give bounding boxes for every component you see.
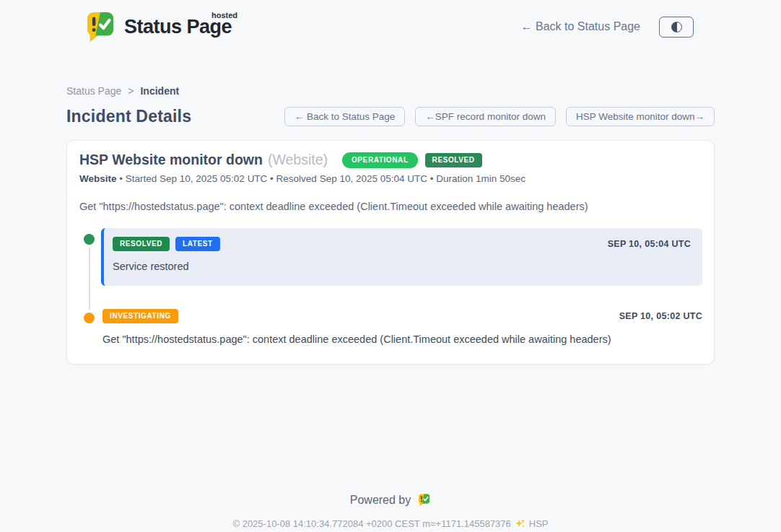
prev-incident-button[interactable]: ←SPF record monitor down [415,107,556,126]
logo-superscript: hosted [211,11,237,19]
powered-by-label: Powered by [350,494,411,507]
incident-component: Website [79,173,117,184]
incident-timeline: RESOLVED LATEST SEP 10, 05:04 UTC Servic… [79,228,702,345]
incident-description: Get "https://hostedstatus.page": context… [79,201,702,212]
incident-title: HSP Website monitor down [79,152,263,168]
timeline-entry-resolved: RESOLVED LATEST SEP 10, 05:04 UTC Servic… [79,228,702,286]
status-page-mini-logo-icon [417,493,431,507]
timeline-timestamp: SEP 10, 05:04 UTC [608,239,691,249]
incident-nav-buttons: ← Back to Status Page ←SPF record monito… [284,107,715,126]
incident-card: HSP Website monitor down (Website) OPERA… [66,140,715,365]
copyright-line: © 2025-10-08 14:10:34.772084 +0200 CEST … [0,518,781,529]
theme-toggle-button[interactable] [659,17,694,38]
timeline-entry-box: RESOLVED LATEST SEP 10, 05:04 UTC Servic… [101,228,702,286]
next-incident-button[interactable]: HSP Website monitor down→ [566,107,715,126]
timeline-message: Service restored [113,261,691,272]
app-logo[interactable]: Status Page hosted [84,10,236,43]
timeline-resolved-badge: RESOLVED [113,237,170,251]
timeline-dot-resolved-icon [84,234,95,245]
title-row: Incident Details ← Back to Status Page ←… [66,107,715,126]
breadcrumb: Status Page > Incident [66,85,715,97]
copyright-brand: HSP [529,518,549,529]
header-back-link[interactable]: ← Back to Status Page [521,20,640,33]
timeline-message: Get "https://hostedstatus.page": context… [102,333,702,345]
page-title: Incident Details [66,107,191,126]
header-actions: ← Back to Status Page [521,17,694,38]
incident-title-row: HSP Website monitor down (Website) OPERA… [79,152,702,168]
timeline-latest-badge: LATEST [175,237,220,251]
breadcrumb-status-page[interactable]: Status Page [66,85,121,97]
incident-scope: (Website) [268,152,328,168]
footer: Powered by © 2025-10-08 14:10:34.772084 … [0,493,781,529]
timeline-investigating-badge: INVESTIGATING [102,309,178,323]
powered-by-link[interactable]: Powered by [350,493,432,507]
breadcrumb-incident: Incident [140,85,179,97]
incident-meta-details: • Started Sep 10, 2025 05:02 UTC • Resol… [117,173,526,184]
incident-meta: Website • Started Sep 10, 2025 05:02 UTC… [79,173,702,184]
status-page-logo-icon [84,10,117,43]
main-content: Status Page > Incident Incident Details … [66,85,715,365]
timeline-entry-investigating: INVESTIGATING SEP 10, 05:02 UTC Get "htt… [79,307,702,345]
breadcrumb-separator: > [128,85,134,97]
back-to-status-page-button[interactable]: ← Back to Status Page [284,107,406,126]
operational-badge: OPERATIONAL [342,152,418,168]
sparkles-icon [515,518,525,529]
copyright-text: © 2025-10-08 14:10:34.772084 +0200 CEST … [232,518,510,529]
timeline-timestamp: SEP 10, 05:02 UTC [619,311,702,321]
contrast-icon [671,22,682,32]
timeline-dot-investigating-icon [84,313,95,323]
header: Status Page hosted ← Back to Status Page [0,0,781,43]
resolved-state-badge: RESOLVED [425,153,482,167]
